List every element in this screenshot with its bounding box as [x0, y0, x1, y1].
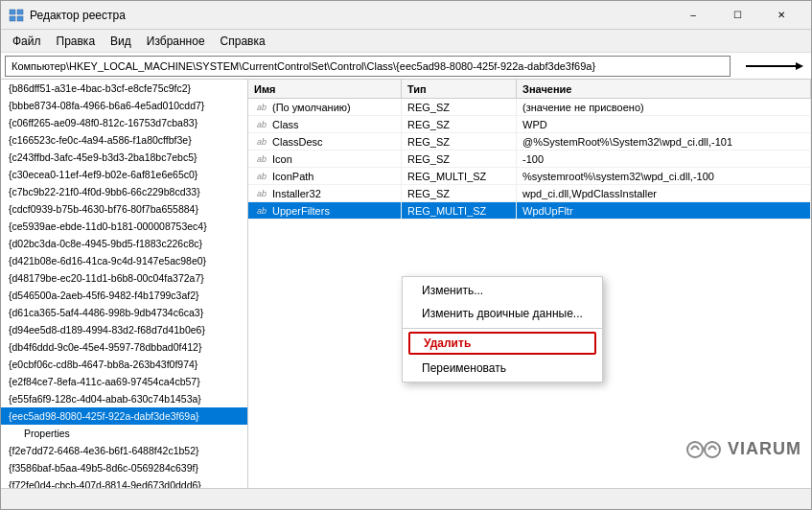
value-name-0: ab (По умолчанию) — [248, 99, 402, 115]
tree-item-8[interactable]: {ce5939ae-ebde-11d0-b181-000008753ec4} — [1, 218, 247, 235]
value-row-6[interactable]: ab UpperFilters REG_MULTI_SZ WpdUpFltr — [248, 202, 811, 220]
tree-item-12[interactable]: {d546500a-2aeb-45f6-9482-f4b1799c3af2} — [1, 287, 247, 304]
ab-icon-5: ab — [254, 186, 269, 201]
watermark: VIARUM — [685, 439, 801, 459]
value-type-3: REG_SZ — [402, 151, 517, 167]
window-title: Редактор реестра — [30, 9, 671, 22]
ab-icon-1: ab — [254, 117, 269, 132]
tree-item-18[interactable]: {e55fa6f9-128c-4d04-abab-630c74b1453a} — [1, 390, 247, 407]
address-arrow-area — [731, 56, 807, 77]
value-row-3[interactable]: ab Icon REG_SZ -100 — [248, 151, 811, 168]
value-name-1: ab Class — [248, 116, 402, 132]
ab-icon-3: ab — [254, 151, 269, 167]
window-controls: – ☐ ✕ — [671, 1, 803, 30]
value-data-2: @%SystemRoot%\System32\wpd_ci.dll,-101 — [517, 133, 811, 150]
address-input[interactable] — [5, 56, 731, 77]
value-name-5: ab Installer32 — [248, 185, 402, 201]
header-name: Имя — [248, 80, 402, 98]
value-data-3: -100 — [517, 151, 811, 167]
tree-panel[interactable]: {b86dff51-a31e-4bac-b3cf-e8cfe75c9fc2} {… — [1, 80, 248, 488]
minimize-button[interactable]: – — [671, 1, 715, 30]
ab-icon-6: ab — [254, 203, 269, 219]
value-row-4[interactable]: ab IconPath REG_MULTI_SZ %systemroot%\sy… — [248, 168, 811, 185]
context-menu-rename[interactable]: Переименовать — [403, 357, 602, 380]
watermark-text: VIARUM — [728, 439, 801, 459]
tree-item-20[interactable]: {f2e7dd72-6468-4e36-b6f1-6488f42c1b52} — [1, 442, 247, 459]
ab-icon-0: ab — [254, 100, 269, 115]
context-menu-edit[interactable]: Изменить... — [403, 279, 602, 302]
value-type-0: REG_SZ — [402, 99, 517, 115]
value-name-4: ab IconPath — [248, 168, 402, 184]
menu-file[interactable]: Файл — [5, 30, 49, 52]
tree-item-15[interactable]: {db4f6ddd-9c0e-45e4-9597-78dbbad0f412} — [1, 338, 247, 356]
tree-item-19[interactable]: {eec5ad98-8080-425f-922a-dabf3de3f69a} — [1, 407, 247, 425]
header-value: Значение — [517, 80, 811, 98]
tree-item-10[interactable]: {d421b08e-6d16-41ca-9c4d-9147e5ac98e0} — [1, 252, 247, 269]
value-data-4: %systemroot%\system32\wpd_ci.dll,-100 — [517, 168, 811, 184]
value-data-5: wpd_ci.dll,WpdClassInstaller — [517, 185, 811, 201]
close-button[interactable]: ✕ — [759, 1, 803, 30]
tree-item-14[interactable]: {d94ee5d8-d189-4994-83d2-f68d7d41b0e6} — [1, 321, 247, 338]
tree-item-16[interactable]: {e0cbf06c-cd8b-4647-bb8a-263b43f0f974} — [1, 356, 247, 373]
main-content: {b86dff51-a31e-4bac-b3cf-e8cfe75c9fc2} {… — [1, 80, 811, 488]
context-menu-separator — [403, 328, 602, 329]
tree-item-4[interactable]: {c243ffbd-3afc-45e9-b3d3-2ba18bc7ebc5} — [1, 149, 247, 166]
value-type-1: REG_SZ — [402, 116, 517, 132]
tree-item-1[interactable]: {bbbe8734-08fa-4966-b6a6-4e5ad010cdd7} — [1, 97, 247, 114]
context-menu: Изменить... Изменить двоичные данные... … — [402, 276, 603, 382]
menu-edit[interactable]: Правка — [49, 30, 104, 52]
values-header: Имя Тип Значение — [248, 80, 811, 99]
tree-item-17[interactable]: {e2f84ce7-8efa-411c-aa69-97454ca4cb57} — [1, 373, 247, 390]
value-type-5: REG_SZ — [402, 185, 517, 201]
value-row-1[interactable]: ab Class REG_SZ WPD — [248, 116, 811, 133]
value-data-6: WpdUpFltr — [517, 202, 811, 219]
value-type-4: REG_MULTI_SZ — [402, 168, 517, 184]
ab-icon-2: ab — [254, 134, 269, 150]
viarum-logo-icon — [685, 440, 724, 459]
svg-rect-2 — [10, 16, 15, 21]
ab-icon-4: ab — [254, 169, 269, 184]
tree-item-9[interactable]: {d02bc3da-0c8e-4945-9bd5-f1883c226c8c} — [1, 235, 247, 252]
value-row-2[interactable]: ab ClassDesc REG_SZ @%SystemRoot%\System… — [248, 133, 811, 151]
value-type-6: REG_MULTI_SZ — [402, 202, 517, 219]
tree-item-7[interactable]: {cdcf0939-b75b-4630-bf76-80f7ba655884} — [1, 200, 247, 218]
tree-item-22[interactable]: {f72fe0d4-cbcb-407d-8814-9ed673d0ddd6} — [1, 476, 247, 488]
title-bar: Редактор реестра – ☐ ✕ — [1, 1, 811, 30]
svg-rect-1 — [17, 10, 23, 14]
tree-item-6[interactable]: {c7bc9b22-21f0-4f0d-9bb6-66c229b8cd33} — [1, 183, 247, 200]
header-type: Тип — [402, 80, 517, 98]
tree-item-11[interactable]: {d48179be-ec20-11d1-b6b8-00c04fa372a7} — [1, 269, 247, 287]
value-name-6: ab UpperFilters — [248, 202, 402, 219]
value-row-0[interactable]: ab (По умолчанию) REG_SZ (значение не пр… — [248, 99, 811, 116]
tree-item-properties[interactable]: Properties — [1, 425, 247, 442]
menu-bar: Файл Правка Вид Избранное Справка — [1, 30, 811, 53]
status-bar — [1, 488, 811, 509]
tree-item-5[interactable]: {c30ecea0-11ef-4ef9-b02e-6af81e6e65c0} — [1, 166, 247, 183]
app-icon — [9, 8, 24, 23]
svg-rect-3 — [17, 16, 23, 21]
tree-item-13[interactable]: {d61ca365-5af4-4486-998b-9db4734c6ca3} — [1, 304, 247, 321]
context-menu-edit-binary[interactable]: Изменить двоичные данные... — [403, 302, 602, 325]
value-name-2: ab ClassDesc — [248, 133, 402, 150]
tree-item-0[interactable]: {b86dff51-a31e-4bac-b3cf-e8cfe75c9fc2} — [1, 80, 247, 97]
context-menu-delete[interactable]: Удалить — [408, 332, 596, 355]
value-row-5[interactable]: ab Installer32 REG_SZ wpd_ci.dll,WpdClas… — [248, 185, 811, 202]
menu-help[interactable]: Справка — [213, 30, 273, 52]
svg-point-6 — [687, 442, 703, 457]
tree-item-2[interactable]: {c06ff265-ae09-48f0-812c-16753d7cba83} — [1, 114, 247, 131]
svg-marker-5 — [796, 62, 803, 70]
maximize-button[interactable]: ☐ — [715, 1, 759, 30]
value-data-1: WPD — [517, 116, 811, 132]
value-data-0: (значение не присвоено) — [517, 99, 811, 115]
value-type-2: REG_SZ — [402, 133, 517, 150]
tree-item-3[interactable]: {c166523c-fe0c-4a94-a586-f1a80cffbf3e} — [1, 131, 247, 149]
menu-view[interactable]: Вид — [103, 30, 139, 52]
registry-editor-window: Редактор реестра – ☐ ✕ Файл Правка Вид И… — [0, 0, 812, 510]
menu-favorites[interactable]: Избранное — [139, 30, 213, 52]
values-panel[interactable]: Имя Тип Значение ab (По умолчанию) REG_S… — [248, 80, 811, 488]
address-bar — [1, 53, 811, 80]
tree-item-21[interactable]: {f3586baf-b5aa-49b5-8d6c-0569284c639f} — [1, 459, 247, 476]
svg-rect-0 — [10, 10, 15, 14]
svg-point-7 — [705, 442, 720, 457]
value-name-3: ab Icon — [248, 151, 402, 167]
